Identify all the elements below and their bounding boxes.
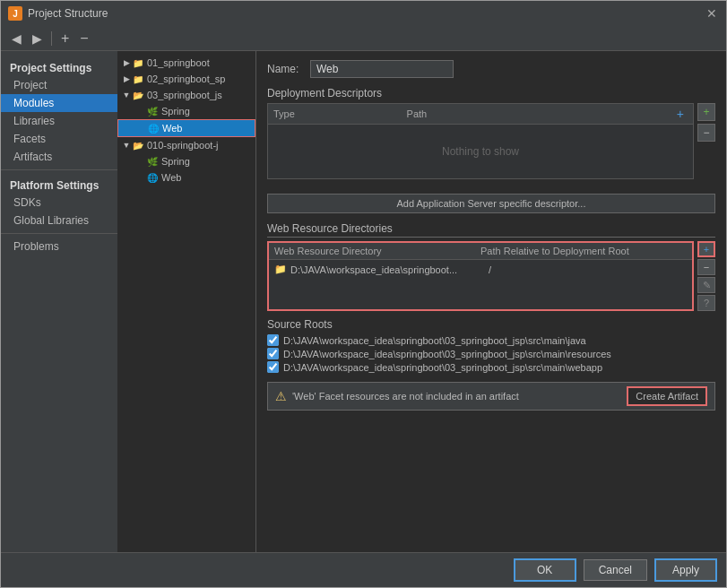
forward-button[interactable]: ▶ (29, 30, 46, 48)
tree-node-label: 03_springboot_js (147, 90, 222, 100)
source-root-checkbox-1[interactable] (267, 348, 279, 359)
source-root-path-2: D:\JAVA\workspace_idea\springboot\03_spr… (283, 362, 602, 373)
folder-icon: 📁 (132, 56, 144, 69)
sidebar-item-facets[interactable]: Facets (1, 130, 117, 148)
tree-node-label: 02_springboot_sp (147, 74, 225, 84)
content-area: Project Settings Project Modules Librari… (1, 51, 726, 552)
warning-icon: ⚠ (275, 389, 287, 403)
spring-icon: 🌿 (146, 155, 159, 168)
folder-open-icon: 📂 (132, 89, 144, 101)
app-icon: J (8, 6, 22, 21)
spring-icon: 🌿 (146, 105, 159, 117)
source-root-path-1: D:\JAVA\workspace_idea\springboot\03_spr… (283, 349, 611, 359)
folder-open-icon: 📂 (132, 139, 144, 151)
add-button[interactable]: + (57, 29, 73, 48)
tree-node-02springboot[interactable]: ▶ 📁 02_springboot_sp (117, 71, 255, 87)
name-field-row: Name: (267, 60, 715, 78)
tree-arrow: ▶ (121, 74, 132, 83)
tree-arrow: ▼ (121, 141, 132, 150)
tree-node-label: Web (162, 123, 182, 134)
folder-icon: 📁 (132, 73, 144, 85)
deployment-table-body: Nothing to show (268, 125, 693, 178)
resource-folder-icon: 📁 (274, 264, 287, 275)
remove-resource-btn[interactable]: − (697, 259, 715, 275)
bottom-bar: OK Cancel Apply (1, 552, 726, 587)
web-icon: 🌐 (147, 122, 160, 134)
tree-node-web2[interactable]: 🌐 Web (117, 169, 255, 186)
remove-button[interactable]: − (76, 29, 91, 48)
tree-arrow: ▶ (121, 58, 132, 67)
add-descriptor-side-btn[interactable]: + (697, 103, 715, 121)
source-root-row-0: D:\JAVA\workspace_idea\springboot\03_spr… (267, 334, 715, 346)
name-input[interactable] (310, 60, 454, 78)
remove-descriptor-side-btn[interactable]: − (697, 124, 715, 142)
help-resource-btn[interactable]: ? (697, 295, 715, 311)
resource-table-header: Web Resource Directory Path Relative to … (269, 243, 692, 260)
sidebar-item-artifacts[interactable]: Artifacts (1, 148, 117, 166)
main-panel: Name: Deployment Descriptors Type Path +… (256, 51, 726, 552)
source-root-row-1: D:\JAVA\workspace_idea\springboot\03_spr… (267, 348, 715, 359)
col-path-relative-header: Path Relative to Deployment Root (480, 246, 687, 256)
tree-arrow: ▼ (121, 91, 132, 99)
web-resource-section: Web Resource Directories Web Resource Di… (267, 222, 715, 311)
tree-node-spring1[interactable]: 🌿 Spring (117, 103, 255, 119)
add-descriptor-icon[interactable]: + (673, 107, 688, 121)
close-button[interactable]: ✕ (705, 6, 719, 21)
sidebar-item-sdks[interactable]: SDKs (1, 194, 117, 212)
web-resource-title: Web Resource Directories (267, 222, 715, 238)
col-web-resource-dir-header: Web Resource Directory (274, 246, 480, 256)
apply-button[interactable]: Apply (654, 558, 717, 582)
sidebar-divider2 (1, 233, 117, 234)
add-descriptor-button[interactable]: Add Application Server specific descript… (267, 194, 715, 213)
sidebar-divider (1, 169, 117, 170)
deployment-descriptors-table: Type Path + Nothing to show (267, 103, 694, 179)
resource-row: 📁 D:\JAVA\workspace_idea\springboot... / (274, 264, 687, 275)
resource-slash: / (489, 264, 687, 275)
sidebar-item-libraries[interactable]: Libraries (1, 112, 117, 130)
tree-node-label: 01_springboot (147, 57, 210, 68)
tree-node-spring2[interactable]: 🌿 Spring (117, 153, 255, 169)
sidebar-item-global-libraries[interactable]: Global Libraries (1, 212, 117, 229)
source-root-checkbox-0[interactable] (267, 334, 279, 346)
deployment-descriptors-title: Deployment Descriptors (267, 87, 715, 99)
source-root-path-0: D:\JAVA\workspace_idea\springboot\03_spr… (283, 335, 586, 346)
title-bar: J Project Structure ✕ (1, 1, 726, 26)
resource-path-text: D:\JAVA\workspace_idea\springboot... (290, 264, 489, 275)
add-resource-btn[interactable]: + (697, 241, 715, 257)
nothing-to-show-text: Nothing to show (442, 145, 519, 158)
platform-settings-title: Platform Settings (1, 174, 117, 194)
col-path-header: Path (407, 108, 673, 119)
deployment-descriptors-table-area: Type Path + Nothing to show + − (267, 103, 715, 186)
toolbar-separator (51, 31, 52, 46)
tree-node-03springboot[interactable]: ▼ 📂 03_springboot_js (117, 87, 255, 103)
web-resource-table-area: Web Resource Directory Path Relative to … (267, 241, 715, 311)
source-root-checkbox-2[interactable] (267, 361, 279, 373)
tree-node-label: Spring (161, 156, 190, 167)
sidebar-item-problems[interactable]: Problems (1, 238, 117, 255)
source-roots-title: Source Roots (267, 318, 715, 331)
cancel-button[interactable]: Cancel (584, 559, 647, 581)
window-title: Project Structure (28, 7, 701, 20)
project-settings-title: Project Settings (1, 56, 117, 76)
col-type-header: Type (273, 108, 407, 119)
name-label: Name: (267, 63, 303, 75)
tree-node-web1[interactable]: 🌐 Web (117, 119, 255, 137)
sidebar-item-modules[interactable]: Modules (1, 94, 117, 112)
warning-text: 'Web' Facet resources are not included i… (292, 391, 627, 402)
back-button[interactable]: ◀ (8, 30, 25, 48)
ok-button[interactable]: OK (514, 558, 576, 582)
web-resource-table: Web Resource Directory Path Relative to … (267, 241, 694, 311)
tree-node-01springboot[interactable]: ▶ 📁 01_springboot (117, 55, 255, 71)
toolbar: ◀ ▶ + − (1, 26, 726, 51)
tree-node-010springboot[interactable]: ▼ 📂 010-springboot-j (117, 137, 255, 153)
create-artifact-button[interactable]: Create Artifact (627, 386, 707, 406)
resource-side-buttons: + − ✎ ? (697, 241, 715, 311)
deployment-side-buttons: + − (697, 103, 715, 186)
sidebar: Project Settings Project Modules Librari… (1, 51, 117, 552)
web-icon: 🌐 (146, 171, 159, 184)
tree-node-label: Spring (161, 106, 190, 117)
edit-resource-btn[interactable]: ✎ (697, 277, 715, 293)
tree-node-label: 010-springboot-j (147, 140, 219, 151)
sidebar-item-project[interactable]: Project (1, 76, 117, 94)
source-root-row-2: D:\JAVA\workspace_idea\springboot\03_spr… (267, 361, 715, 373)
